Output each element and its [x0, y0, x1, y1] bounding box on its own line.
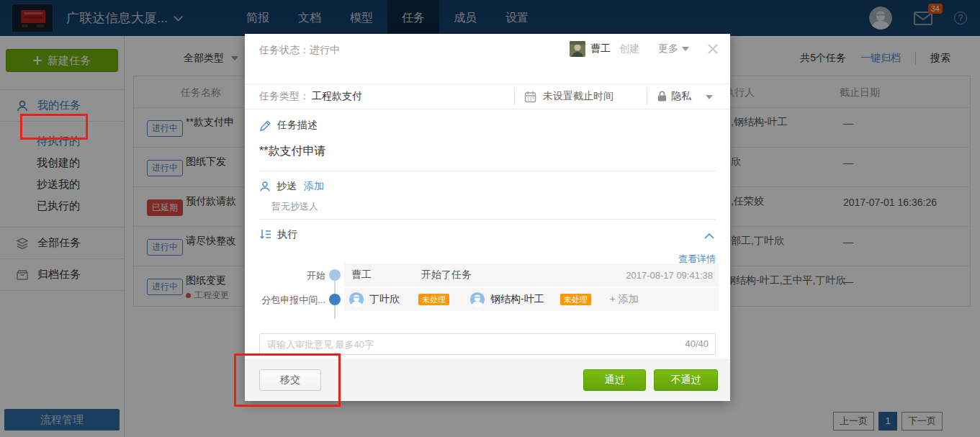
add-assignee-link[interactable]: + 添加: [610, 293, 639, 306]
app-root: 广联达信息大厦... 简报 文档 模型 任务 成员 设置 34: [0, 0, 980, 437]
sidebar-sublist: 待执行的 我创建的 抄送我的 已执行的: [0, 121, 124, 227]
process-management-button[interactable]: 流程管理: [4, 409, 120, 431]
tab-members[interactable]: 成员: [439, 0, 491, 36]
task-executor: 钢结构-叶工,王中平,丁叶欣: [726, 274, 845, 287]
sidebar-item-executed[interactable]: 已执行的: [0, 195, 124, 217]
one-click-archive-link[interactable]: 一键归档: [860, 52, 901, 65]
task-name: **款支付申: [186, 116, 234, 129]
archived-tasks-label: 归档任务: [37, 268, 81, 281]
description-header: 任务描述: [259, 119, 318, 132]
timeline-event: 曹工 开始了任务 2017-08-17 09:41:38: [344, 263, 719, 287]
cc-empty-text: 暂无抄送人: [271, 200, 318, 213]
chevron-down-icon[interactable]: [706, 95, 713, 99]
status-badge: 进行中: [147, 239, 183, 256]
sidebar-item-archived-tasks[interactable]: 归档任务: [0, 259, 124, 290]
status-badge: 进行中: [147, 279, 183, 295]
task-deadline: —: [843, 236, 853, 248]
sidebar-top: 新建任务: [0, 49, 124, 89]
sidebar-item-my-tasks[interactable]: 我的任务: [0, 90, 124, 121]
char-counter: 40/40: [685, 338, 709, 349]
sidebar: 新建任务 我的任务 待执行的 我创建的 抄送我的 已执行的 全部任务 归档任务: [0, 36, 125, 437]
task-detail-modal: 任务状态：进行中 曹工 创建 更多 任务类型： 工程款支付: [245, 34, 730, 401]
sidebar-section-all: 全部任务: [0, 227, 124, 258]
layers-icon: [16, 237, 29, 250]
modal-header-right: 曹工 创建 更多: [570, 41, 719, 57]
assignee: 丁叶欣: [349, 292, 400, 307]
tab-settings[interactable]: 设置: [491, 0, 543, 36]
person-icon: [259, 181, 271, 192]
user-avatar[interactable]: [869, 6, 892, 30]
tab-models[interactable]: 模型: [336, 0, 387, 36]
approve-button[interactable]: 通过: [583, 369, 646, 391]
timeline-row-start: 开始 曹工 开始了任务 2017-08-17 09:41:38: [245, 263, 730, 287]
next-page-button[interactable]: 下一页: [902, 412, 943, 431]
chevron-down-icon: [231, 56, 238, 60]
modal-footer: 移交 通过 不通过: [245, 359, 730, 401]
sidebar-item-all-tasks[interactable]: 全部任务: [0, 227, 124, 258]
creator-name: 曹工: [590, 42, 611, 55]
new-task-button[interactable]: 新建任务: [6, 49, 118, 72]
tab-documents[interactable]: 文档: [284, 0, 336, 36]
task-deadline: —: [843, 117, 853, 129]
status-badge: 已延期: [147, 199, 183, 216]
task-tag: 工程变更: [186, 289, 229, 302]
header-deadline: 截止日期: [840, 86, 880, 99]
timeline-action: 开始了任务: [421, 269, 472, 281]
worker-avatar-icon: [349, 292, 364, 307]
cc-header: 抄送 添加: [259, 180, 324, 193]
project-switcher[interactable]: 广联达信息大厦...: [66, 0, 181, 36]
type-filter-dropdown[interactable]: 全部类型: [184, 52, 238, 65]
sidebar-item-pending[interactable]: 待执行的: [0, 130, 124, 152]
transfer-button[interactable]: 移交: [259, 369, 321, 391]
task-count: 共5个任务: [800, 52, 846, 65]
task-executor: ,钢结构-叶工: [731, 116, 788, 129]
reject-button[interactable]: 不通过: [654, 369, 718, 391]
chevron-down-icon: [682, 47, 689, 51]
modal-type-row: 任务类型： 工程款支付 未设置截止时间 隐私: [245, 84, 730, 109]
timeline-row-current: 分包申报中间... 丁叶欣 未处理 钢结构-叶工 未处理 + 添加: [245, 288, 730, 311]
comment-input[interactable]: [259, 333, 716, 355]
cc-add-link[interactable]: 添加: [304, 180, 324, 193]
task-deadline: —: [843, 276, 853, 287]
project-logo: [12, 4, 53, 32]
task-name: 请尽快整改: [186, 235, 236, 248]
more-menu-button[interactable]: 更多: [658, 42, 689, 55]
all-tasks-label: 全部任务: [37, 236, 81, 250]
current-page[interactable]: 1: [878, 412, 897, 431]
execution-section: 执行 查看详情 开始 曹工 开始了任务 2017-08-17 09:41:38 …: [245, 220, 730, 333]
creator-avatar: [570, 41, 585, 57]
assignee: 钢结构-叶工: [469, 292, 544, 307]
privacy-value[interactable]: 隐私: [671, 90, 691, 103]
comment-row: 40/40: [259, 333, 716, 355]
divider: [647, 88, 647, 105]
mail-button[interactable]: 34: [914, 10, 932, 26]
help-icon[interactable]: [954, 12, 967, 24]
search-link[interactable]: 搜索: [930, 52, 950, 65]
description-title: 任务描述: [277, 119, 318, 132]
sidebar-item-created-by-me[interactable]: 我创建的: [0, 152, 124, 174]
cc-title: 抄送: [277, 180, 297, 193]
task-executor: ,任荣姣: [731, 195, 764, 208]
tab-tasks[interactable]: 任务: [387, 0, 439, 36]
sidebar-section-archive: 归档任务: [0, 258, 124, 291]
mail-badge: 34: [928, 4, 943, 14]
chevron-up-icon[interactable]: [704, 230, 714, 241]
person-icon: [16, 99, 29, 112]
pending-badge: 未处理: [560, 294, 591, 305]
close-icon[interactable]: [706, 42, 719, 55]
more-label: 更多: [658, 42, 678, 55]
timeline-stage: 分包申报中间...: [245, 294, 325, 307]
task-deadline: —: [843, 157, 853, 168]
task-deadline: 2017-07-01 16:36:26: [843, 197, 937, 208]
plus-icon: [33, 56, 42, 65]
archive-box-icon: [16, 269, 29, 281]
timeline-assignees: 丁叶欣 未处理 钢结构-叶工 未处理 + 添加: [344, 288, 719, 311]
task-type-label: 任务类型：: [259, 90, 310, 103]
prev-page-button[interactable]: 上一页: [833, 412, 874, 431]
timeline-actor: 曹工: [351, 269, 372, 281]
tab-briefing[interactable]: 简报: [232, 0, 284, 36]
timeline-time: 2017-08-17 09:41:38: [626, 270, 713, 281]
description-section: 任务描述 **款支付申请: [245, 109, 730, 171]
sidebar-item-cc-to-me[interactable]: 抄送我的: [0, 174, 124, 195]
deadline-setting[interactable]: 未设置截止时间: [543, 90, 613, 103]
